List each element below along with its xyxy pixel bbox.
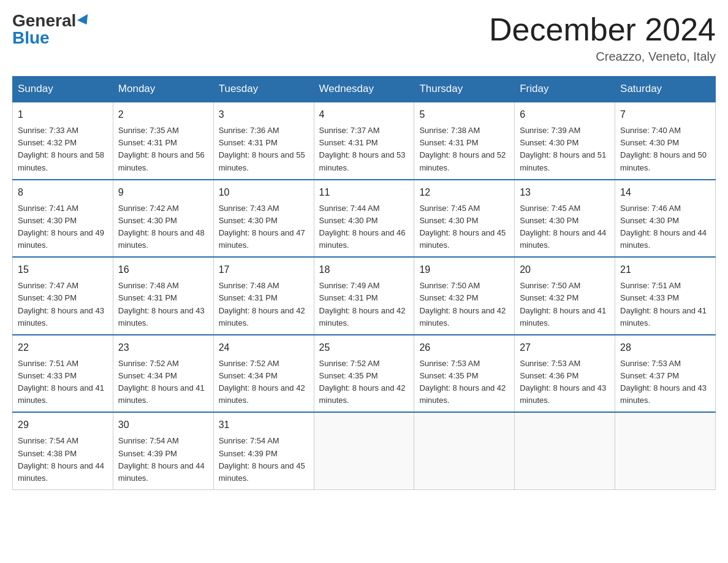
calendar-cell: 2 Sunrise: 7:35 AMSunset: 4:31 PMDayligh… (113, 102, 213, 180)
calendar-week-row: 8 Sunrise: 7:41 AMSunset: 4:30 PMDayligh… (13, 180, 716, 258)
calendar-cell: 29 Sunrise: 7:54 AMSunset: 4:38 PMDaylig… (13, 412, 113, 489)
day-number: 7 (620, 107, 710, 122)
calendar-cell (314, 412, 414, 489)
calendar-cell: 10 Sunrise: 7:43 AMSunset: 4:30 PMDaylig… (213, 180, 314, 258)
calendar-cell: 18 Sunrise: 7:49 AMSunset: 4:31 PMDaylig… (314, 257, 414, 335)
day-number: 14 (620, 185, 710, 200)
day-info: Sunrise: 7:45 AMSunset: 4:30 PMDaylight:… (520, 204, 606, 250)
logo-arrow-icon (77, 14, 92, 28)
calendar-week-row: 22 Sunrise: 7:51 AMSunset: 4:33 PMDaylig… (13, 335, 716, 413)
calendar-cell: 30 Sunrise: 7:54 AMSunset: 4:39 PMDaylig… (113, 412, 213, 489)
calendar-week-row: 29 Sunrise: 7:54 AMSunset: 4:38 PMDaylig… (13, 412, 716, 489)
calendar-cell: 7 Sunrise: 7:40 AMSunset: 4:30 PMDayligh… (615, 102, 716, 180)
calendar-day-header: Wednesday (314, 77, 414, 102)
calendar-cell: 1 Sunrise: 7:33 AMSunset: 4:32 PMDayligh… (13, 102, 113, 180)
day-number: 22 (18, 340, 108, 355)
day-info: Sunrise: 7:40 AMSunset: 4:30 PMDaylight:… (620, 126, 707, 172)
calendar-cell: 13 Sunrise: 7:45 AMSunset: 4:30 PMDaylig… (515, 180, 615, 258)
day-number: 26 (419, 340, 509, 355)
day-info: Sunrise: 7:53 AMSunset: 4:36 PMDaylight:… (520, 359, 606, 405)
day-info: Sunrise: 7:45 AMSunset: 4:30 PMDaylight:… (419, 204, 506, 250)
month-title: December 2024 (489, 12, 716, 47)
calendar-cell: 8 Sunrise: 7:41 AMSunset: 4:30 PMDayligh… (13, 180, 113, 258)
day-number: 21 (620, 262, 710, 277)
day-info: Sunrise: 7:49 AMSunset: 4:31 PMDaylight:… (319, 281, 406, 327)
day-number: 1 (18, 107, 108, 122)
day-number: 4 (319, 107, 409, 122)
day-info: Sunrise: 7:38 AMSunset: 4:31 PMDaylight:… (419, 126, 506, 172)
calendar-cell: 24 Sunrise: 7:52 AMSunset: 4:34 PMDaylig… (213, 335, 314, 413)
calendar-cell: 16 Sunrise: 7:48 AMSunset: 4:31 PMDaylig… (113, 257, 213, 335)
day-number: 6 (520, 107, 610, 122)
day-info: Sunrise: 7:33 AMSunset: 4:32 PMDaylight:… (18, 126, 104, 172)
day-info: Sunrise: 7:54 AMSunset: 4:39 PMDaylight:… (219, 436, 305, 482)
calendar-cell: 9 Sunrise: 7:42 AMSunset: 4:30 PMDayligh… (113, 180, 213, 258)
day-info: Sunrise: 7:39 AMSunset: 4:30 PMDaylight:… (520, 126, 606, 172)
day-number: 10 (219, 185, 309, 200)
calendar-cell (515, 412, 615, 489)
calendar-day-header: Thursday (414, 77, 515, 102)
day-number: 2 (118, 107, 208, 122)
calendar-cell: 31 Sunrise: 7:54 AMSunset: 4:39 PMDaylig… (213, 412, 314, 489)
calendar-day-header: Monday (113, 77, 213, 102)
calendar-cell: 12 Sunrise: 7:45 AMSunset: 4:30 PMDaylig… (414, 180, 515, 258)
calendar-cell: 14 Sunrise: 7:46 AMSunset: 4:30 PMDaylig… (615, 180, 716, 258)
calendar-cell: 21 Sunrise: 7:51 AMSunset: 4:33 PMDaylig… (615, 257, 716, 335)
day-info: Sunrise: 7:43 AMSunset: 4:30 PMDaylight:… (219, 204, 305, 250)
day-info: Sunrise: 7:36 AMSunset: 4:31 PMDaylight:… (219, 126, 305, 172)
day-number: 19 (419, 262, 509, 277)
calendar-cell: 28 Sunrise: 7:53 AMSunset: 4:37 PMDaylig… (615, 335, 716, 413)
day-number: 8 (18, 185, 108, 200)
day-number: 13 (520, 185, 610, 200)
day-number: 25 (319, 340, 409, 355)
calendar-cell (615, 412, 716, 489)
calendar-cell: 15 Sunrise: 7:47 AMSunset: 4:30 PMDaylig… (13, 257, 113, 335)
day-number: 3 (219, 107, 309, 122)
title-block: December 2024 Creazzo, Veneto, Italy (489, 12, 716, 64)
day-info: Sunrise: 7:42 AMSunset: 4:30 PMDaylight:… (118, 204, 205, 250)
calendar-cell: 26 Sunrise: 7:53 AMSunset: 4:35 PMDaylig… (414, 335, 515, 413)
calendar-cell: 6 Sunrise: 7:39 AMSunset: 4:30 PMDayligh… (515, 102, 615, 180)
day-info: Sunrise: 7:46 AMSunset: 4:30 PMDaylight:… (620, 204, 707, 250)
day-info: Sunrise: 7:52 AMSunset: 4:34 PMDaylight:… (118, 359, 205, 405)
day-info: Sunrise: 7:52 AMSunset: 4:34 PMDaylight:… (219, 359, 305, 405)
day-number: 18 (319, 262, 409, 277)
calendar-day-header: Friday (515, 77, 615, 102)
day-number: 28 (620, 340, 710, 355)
calendar-day-header: Tuesday (213, 77, 314, 102)
calendar-cell: 22 Sunrise: 7:51 AMSunset: 4:33 PMDaylig… (13, 335, 113, 413)
day-number: 29 (18, 418, 108, 432)
calendar-cell: 3 Sunrise: 7:36 AMSunset: 4:31 PMDayligh… (213, 102, 314, 180)
calendar-cell: 25 Sunrise: 7:52 AMSunset: 4:35 PMDaylig… (314, 335, 414, 413)
day-info: Sunrise: 7:53 AMSunset: 4:37 PMDaylight:… (620, 359, 707, 405)
calendar-day-header: Saturday (615, 77, 716, 102)
logo-general-text: General (12, 12, 76, 29)
calendar-week-row: 1 Sunrise: 7:33 AMSunset: 4:32 PMDayligh… (13, 102, 716, 180)
day-number: 24 (219, 340, 309, 355)
day-number: 11 (319, 185, 409, 200)
day-number: 17 (219, 262, 309, 277)
day-number: 31 (219, 418, 309, 432)
calendar-cell: 23 Sunrise: 7:52 AMSunset: 4:34 PMDaylig… (113, 335, 213, 413)
day-number: 12 (419, 185, 509, 200)
day-info: Sunrise: 7:51 AMSunset: 4:33 PMDaylight:… (620, 281, 707, 327)
day-number: 9 (118, 185, 208, 200)
day-info: Sunrise: 7:41 AMSunset: 4:30 PMDaylight:… (18, 204, 104, 250)
day-number: 5 (419, 107, 509, 122)
day-info: Sunrise: 7:35 AMSunset: 4:31 PMDaylight:… (118, 126, 205, 172)
calendar-cell: 17 Sunrise: 7:48 AMSunset: 4:31 PMDaylig… (213, 257, 314, 335)
calendar-week-row: 15 Sunrise: 7:47 AMSunset: 4:30 PMDaylig… (13, 257, 716, 335)
day-info: Sunrise: 7:50 AMSunset: 4:32 PMDaylight:… (419, 281, 506, 327)
day-info: Sunrise: 7:37 AMSunset: 4:31 PMDaylight:… (319, 126, 406, 172)
day-number: 23 (118, 340, 208, 355)
day-info: Sunrise: 7:44 AMSunset: 4:30 PMDaylight:… (319, 204, 406, 250)
day-number: 27 (520, 340, 610, 355)
logo-blue-text: Blue (12, 29, 50, 47)
calendar-cell: 5 Sunrise: 7:38 AMSunset: 4:31 PMDayligh… (414, 102, 515, 180)
day-number: 15 (18, 262, 108, 277)
day-info: Sunrise: 7:52 AMSunset: 4:35 PMDaylight:… (319, 359, 406, 405)
day-info: Sunrise: 7:48 AMSunset: 4:31 PMDaylight:… (219, 281, 305, 327)
calendar-cell: 19 Sunrise: 7:50 AMSunset: 4:32 PMDaylig… (414, 257, 515, 335)
calendar-day-header: Sunday (13, 77, 113, 102)
day-info: Sunrise: 7:54 AMSunset: 4:39 PMDaylight:… (118, 436, 205, 482)
